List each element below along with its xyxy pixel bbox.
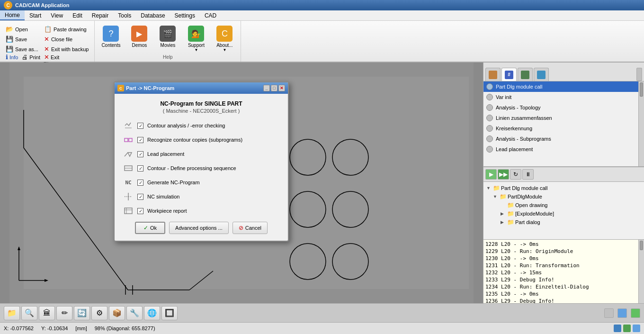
btm-btn-db[interactable]: 🏛 xyxy=(39,306,55,320)
menu-repair[interactable]: Repair xyxy=(87,10,113,20)
menu-settings[interactable]: Settings xyxy=(170,10,200,20)
tree-item-label-3: [ExplodeModule] xyxy=(515,211,554,217)
checkbox-4[interactable]: ✓ xyxy=(137,165,143,172)
panel-list-item-4[interactable]: Kreiserkennung xyxy=(483,123,638,134)
checkbox-row-3: ✓ Lead placement xyxy=(123,149,279,159)
ribbon-group-help: ? Contents ▶ Demos 🎬 Movies 💁 Support ▼ xyxy=(95,21,241,62)
btn-about[interactable]: C About... ▼ xyxy=(212,25,237,53)
svg-rect-27 xyxy=(125,208,132,214)
menu-view[interactable]: View xyxy=(46,10,68,20)
panel-tab-1[interactable] xyxy=(485,68,501,81)
log-item-7: 1235 L20 - -> 0ms xyxy=(485,290,636,298)
btm-btn-settings[interactable]: ⚙ xyxy=(91,306,107,320)
panel-tab-4[interactable] xyxy=(534,68,549,81)
ok-button[interactable]: ✓ Ok xyxy=(135,222,165,234)
bottom-toolbar: 📁 🔍 🏛 ✏ 🔄 ⚙ 📦 🔧 🌐 🔲 xyxy=(0,303,644,322)
btm-btn-search[interactable]: 🔍 xyxy=(21,306,37,320)
btn-print[interactable]: 🖨 Print xyxy=(22,54,40,61)
tree-toggle-1[interactable]: ▼ xyxy=(493,194,499,199)
tree-item-label-1: PartDlgModule xyxy=(508,194,542,199)
app-title: CAD/CAM Application xyxy=(15,2,69,8)
panel-dot-3 xyxy=(486,115,493,121)
panel-list-item-5[interactable]: Analysis - Subprograms xyxy=(483,134,638,144)
btm-btn-globe[interactable]: 🌐 xyxy=(144,306,160,320)
tree-item-label-0: Part Dlg module call xyxy=(501,185,547,191)
panel-toolbar: ▶ ▶▶ ↻ ⏸ xyxy=(483,167,644,182)
tree-item-1[interactable]: ▼ 📁 PartDlgModule xyxy=(485,192,642,201)
panel-next-btn[interactable]: ▶▶ xyxy=(498,169,509,180)
panel-list-item-0[interactable]: Part Dlg module call xyxy=(483,81,638,92)
checkbox-5[interactable]: ✓ xyxy=(137,180,143,186)
checkbox-7[interactable]: ✓ xyxy=(137,208,143,214)
panel-list-item-3[interactable]: Linien zusammenfassen xyxy=(483,113,638,123)
tree-item-2[interactable]: 📁 Open drawing xyxy=(485,201,642,209)
right-panel: # Part Dlg module call xyxy=(483,63,644,303)
panel-list-item-2[interactable]: Analysis - Topology xyxy=(483,102,638,113)
btn-contents[interactable]: ? Contents xyxy=(98,25,123,49)
dialog-titlebar[interactable]: C Part -> NC-Program _ □ ✕ xyxy=(115,82,288,94)
dialog-window: C Part -> NC-Program _ □ ✕ NC-Program fo… xyxy=(114,81,289,242)
checkbox-3[interactable]: ✓ xyxy=(137,151,143,157)
checkbox-2[interactable]: ✓ xyxy=(137,137,143,143)
menu-edit[interactable]: Edit xyxy=(68,10,87,20)
btm-btn-folder[interactable]: 📁 xyxy=(4,306,20,320)
panel-tab-3[interactable] xyxy=(518,68,533,81)
dialog-maximize-btn[interactable]: □ xyxy=(271,85,277,91)
btn-movies[interactable]: 🎬 Movies xyxy=(155,25,180,49)
row1-icon xyxy=(123,120,134,131)
btm-btn-rotate[interactable]: 🔄 xyxy=(74,306,90,320)
canvas-area[interactable]: C Part -> NC-Program _ □ ✕ NC-Program fo… xyxy=(0,63,483,303)
btn-save[interactable]: 💾 Save xyxy=(4,35,40,44)
btn-paste-drawing[interactable]: 📋 Paste drawing xyxy=(42,25,90,34)
advanced-options-button[interactable]: Advanced options ... xyxy=(169,222,229,234)
btn-exit-backup[interactable]: ✕ Exit with backup xyxy=(42,45,90,54)
checkbox-row-7: ✓ Workpiece report xyxy=(123,206,279,216)
menu-start[interactable]: Start xyxy=(25,10,46,20)
dialog-minimize-btn[interactable]: _ xyxy=(263,85,270,91)
cancel-button[interactable]: ⊘ Cancel xyxy=(233,222,268,234)
tree-folder-icon-0: 📁 xyxy=(493,185,500,191)
tree-item-4[interactable]: ▶ 📁 Part dialog xyxy=(485,218,642,226)
menu-home[interactable]: Home xyxy=(0,10,25,20)
btn-info[interactable]: ℹ Info xyxy=(6,54,18,61)
btn-open[interactable]: 📂 Open xyxy=(4,25,40,34)
btm-btn-package[interactable]: 📦 xyxy=(109,306,125,320)
panel-list-item-1[interactable]: Var init xyxy=(483,92,638,102)
menu-cad[interactable]: CAD xyxy=(200,10,221,20)
btn-support[interactable]: 💁 Support ▼ xyxy=(184,25,208,53)
btm-btn-box[interactable]: 🔲 xyxy=(161,306,178,320)
panel-tab-2[interactable]: # xyxy=(501,68,517,81)
menu-bar: Home Start View Edit Repair Tools Databa… xyxy=(0,10,644,21)
panel-play-btn[interactable]: ▶ xyxy=(485,169,497,180)
menu-database[interactable]: Database xyxy=(136,10,170,20)
panel-item-label-2: Analysis - Topology xyxy=(496,105,541,110)
panel-dot-4 xyxy=(486,125,493,132)
save-icon: 💾 xyxy=(6,36,13,43)
checkbox-6[interactable]: ✓ xyxy=(137,194,143,200)
panel-refresh-btn[interactable]: ↻ xyxy=(510,169,521,180)
btn-close-file[interactable]: ✕ Close file xyxy=(42,35,90,44)
checkbox-label-7: Workpiece report xyxy=(147,208,187,214)
btm-btn-edit[interactable]: ✏ xyxy=(56,306,72,320)
row3-icon xyxy=(123,149,134,159)
menu-tools[interactable]: Tools xyxy=(113,10,136,20)
btm-btn-tool[interactable]: 🔧 xyxy=(126,306,143,320)
status-y: Y: -0.10634 xyxy=(41,325,68,331)
svg-marker-22 xyxy=(128,153,132,156)
exit-icon: ✕ xyxy=(44,54,49,61)
log-item-3: 1231 L20 - Run: Transformation xyxy=(485,262,636,269)
btn-demos[interactable]: ▶ Demos xyxy=(127,25,152,49)
tree-toggle-3[interactable]: ▶ xyxy=(501,211,506,216)
btn-save-as[interactable]: 💾 Save as... xyxy=(4,45,40,54)
tree-item-3[interactable]: ▶ 📁 [ExplodeModule] xyxy=(485,209,642,218)
tree-folder-icon-4: 📁 xyxy=(507,219,514,226)
panel-dot-5 xyxy=(486,135,493,142)
panel-pause-btn[interactable]: ⏸ xyxy=(522,169,534,180)
dialog-close-btn[interactable]: ✕ xyxy=(278,85,285,91)
panel-list-item-6[interactable]: Lead placement xyxy=(483,144,638,154)
tree-toggle-4[interactable]: ▶ xyxy=(501,220,506,225)
tree-item-0[interactable]: ▼ 📁 Part Dlg module call xyxy=(485,184,642,192)
tree-toggle-0[interactable]: ▼ xyxy=(486,186,492,190)
btn-exit[interactable]: ✕ Exit xyxy=(44,54,59,61)
checkbox-1[interactable]: ✓ xyxy=(137,123,143,129)
